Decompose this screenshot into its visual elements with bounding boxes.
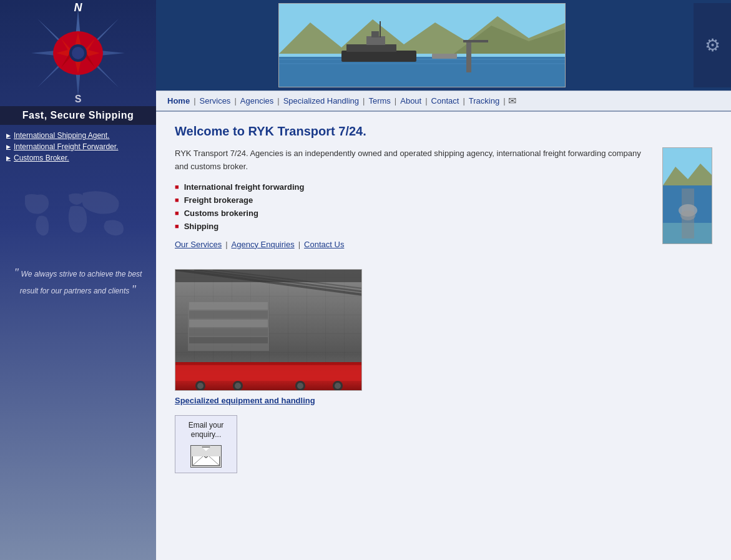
email-box-title: Email your enquiry... [180,421,232,440]
svg-point-18 [72,47,84,59]
email-envelope-icon [190,445,222,468]
logo-title: Fast, Secure Shipping [0,106,156,125]
svg-rect-45 [189,302,268,310]
svg-rect-48 [189,328,268,336]
nav-agencies[interactable]: Agencies [237,95,277,107]
content-area: Welcome to RYK Transport 7/24. RYK Trans… [156,112,731,560]
page-title: Welcome to RYK Transport 7/24. [175,124,712,139]
sidebar-item-freight-forwarder[interactable]: International Freight Forwarder. [6,142,150,151]
svg-rect-26 [346,44,396,52]
svg-rect-29 [380,21,381,37]
navbar: Home | Services | Agencies | Specialized… [156,91,731,112]
warehouse-link[interactable]: Specialized equipment and handling [175,396,712,405]
svg-rect-24 [279,63,566,64]
svg-point-39 [680,210,695,220]
content-description: RYK Transport 7/24. Agencies is an indep… [175,147,650,174]
sidebar-item-customs-broker[interactable]: Customs Broker. [6,154,150,162]
svg-rect-46 [189,311,268,318]
svg-point-56 [297,383,303,389]
gear-icon: ⚙ [705,35,720,56]
service-item-3: Customs brokering [175,209,650,218]
world-map [16,184,140,246]
compass-spikes [25,6,131,100]
sidebar-nav: International Shipping Agent. Internatio… [0,125,156,171]
banner-scene [279,4,566,87]
agency-enquiries-link[interactable]: Agency Enquiries [232,240,295,249]
service-item-4: Shipping [175,222,650,231]
content-links: Our Services | Agency Enquiries | Contac… [175,240,650,249]
email-enquiry-box[interactable]: Email your enquiry... [175,415,237,473]
sidebar-quote: " We always strive to achieve the best r… [0,258,156,305]
main-area: ⚙ Home | Services | Agencies | Specializ… [156,0,731,560]
content-text: RYK Transport 7/24. Agencies is an indep… [175,147,650,259]
compass-s: S [75,94,82,105]
svg-rect-32 [432,54,457,59]
svg-rect-30 [466,41,471,72]
email-icon[interactable]: ✉ [508,95,516,107]
nav-terms[interactable]: Terms [365,95,394,107]
svg-point-52 [197,383,204,389]
svg-point-58 [335,383,341,389]
nav-services[interactable]: Services [196,95,235,107]
svg-rect-28 [371,31,379,37]
nav-home[interactable]: Home [164,95,194,107]
sidebar: N [0,0,156,560]
compass-n: N [74,1,82,14]
nav-specialized-handling[interactable]: Specialized Handling [280,95,363,107]
services-list: International freight forwarding Freight… [175,182,650,231]
port-thumbnail [662,147,712,244]
svg-rect-59 [192,447,220,466]
nav-contact[interactable]: Contact [428,95,463,107]
svg-rect-25 [341,51,416,62]
service-item-2: Freight brokerage [175,195,650,205]
nav-about[interactable]: About [396,95,425,107]
gear-area: ⚙ [694,3,731,87]
svg-rect-27 [366,36,385,45]
compass-rose: N [22,0,134,106]
nav-tracking[interactable]: Tracking [465,95,503,107]
contact-us-link[interactable]: Contact Us [304,240,344,249]
svg-rect-23 [279,59,566,60]
svg-rect-50 [175,365,362,381]
content-body: RYK Transport 7/24. Agencies is an indep… [175,147,712,259]
logo-area: N [0,0,156,106]
svg-rect-47 [189,320,268,327]
our-services-link[interactable]: Our Services [175,240,222,249]
header-banner: ⚙ [156,0,731,91]
service-item-1: International freight forwarding [175,182,650,192]
sidebar-item-shipping-agent[interactable]: International Shipping Agent. [6,131,150,140]
warehouse-image[interactable] [175,269,362,391]
svg-rect-31 [463,40,488,42]
svg-rect-20 [279,57,566,87]
svg-point-54 [235,383,241,389]
banner-ship-image [278,3,566,87]
svg-rect-49 [189,337,268,343]
